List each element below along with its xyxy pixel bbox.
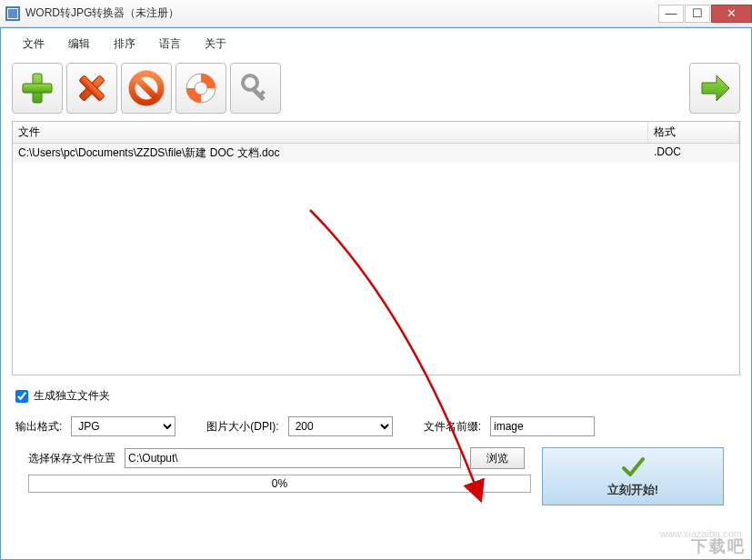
- col-header-file[interactable]: 文件: [13, 122, 648, 143]
- check-icon: [620, 455, 646, 480]
- menu-file[interactable]: 文件: [12, 34, 55, 55]
- dpi-select[interactable]: 200: [288, 416, 393, 436]
- watermark-url: www.xiazaiba.com: [660, 528, 742, 539]
- browse-button[interactable]: 浏览: [470, 447, 525, 469]
- svg-line-8: [136, 78, 156, 98]
- progress-bar: 0%: [28, 475, 531, 493]
- remove-button[interactable]: [66, 63, 117, 114]
- start-label: 立刻开始!: [607, 482, 658, 498]
- dpi-label: 图片大小(DPI):: [206, 419, 278, 435]
- create-subfolder-checkbox[interactable]: [15, 390, 28, 403]
- start-button[interactable]: 立刻开始!: [542, 447, 724, 505]
- minimize-button[interactable]: —: [658, 5, 684, 23]
- file-list: 文件 格式 C:\Users\pc\Documents\ZZDS\file\新建…: [12, 121, 740, 375]
- clear-button[interactable]: [121, 63, 172, 114]
- x-icon: [74, 70, 110, 106]
- output-format-label: 输出格式:: [15, 419, 62, 435]
- maximize-button[interactable]: ☐: [685, 5, 710, 23]
- svg-point-10: [195, 82, 207, 95]
- svg-point-11: [243, 75, 257, 90]
- menubar: 文件 编辑 排序 语言 关于: [3, 30, 749, 60]
- menu-edit[interactable]: 编辑: [57, 34, 101, 55]
- watermark-text: 下载吧: [691, 535, 746, 557]
- add-button[interactable]: [12, 63, 63, 114]
- table-row[interactable]: C:\Users\pc\Documents\ZZDS\file\新建 DOC 文…: [13, 144, 739, 163]
- create-subfolder-label: 生成独立文件夹: [34, 388, 110, 404]
- svg-rect-4: [23, 84, 52, 93]
- help-button[interactable]: [175, 63, 226, 114]
- output-path-input[interactable]: [125, 448, 461, 468]
- cell-format: .DOC: [648, 144, 739, 163]
- app-icon: [5, 6, 20, 21]
- window-title: WORD转JPG转换器（未注册）: [25, 5, 657, 21]
- menu-sort[interactable]: 排序: [103, 34, 146, 55]
- plus-icon: [19, 70, 55, 106]
- cell-file: C:\Users\pc\Documents\ZZDS\file\新建 DOC 文…: [13, 144, 648, 163]
- register-button[interactable]: [230, 63, 281, 114]
- prefix-label: 文件名前缀:: [424, 419, 481, 435]
- menu-language[interactable]: 语言: [148, 34, 192, 55]
- arrow-right-icon: [697, 70, 733, 106]
- close-button[interactable]: ✕: [711, 5, 752, 23]
- col-header-format[interactable]: 格式: [648, 122, 739, 143]
- output-format-select[interactable]: JPG: [71, 416, 175, 436]
- output-path-label: 选择保存文件位置: [28, 451, 115, 466]
- progress-text: 0%: [272, 477, 287, 490]
- toolbar: [3, 60, 749, 121]
- lifebuoy-icon: [183, 70, 219, 106]
- titlebar: WORD转JPG转换器（未注册） — ☐ ✕: [0, 0, 752, 27]
- prefix-input[interactable]: [490, 416, 595, 436]
- no-entry-icon: [128, 70, 165, 106]
- svg-rect-2: [8, 9, 17, 18]
- next-button[interactable]: [689, 63, 740, 114]
- key-icon: [237, 70, 274, 106]
- menu-about[interactable]: 关于: [194, 34, 237, 55]
